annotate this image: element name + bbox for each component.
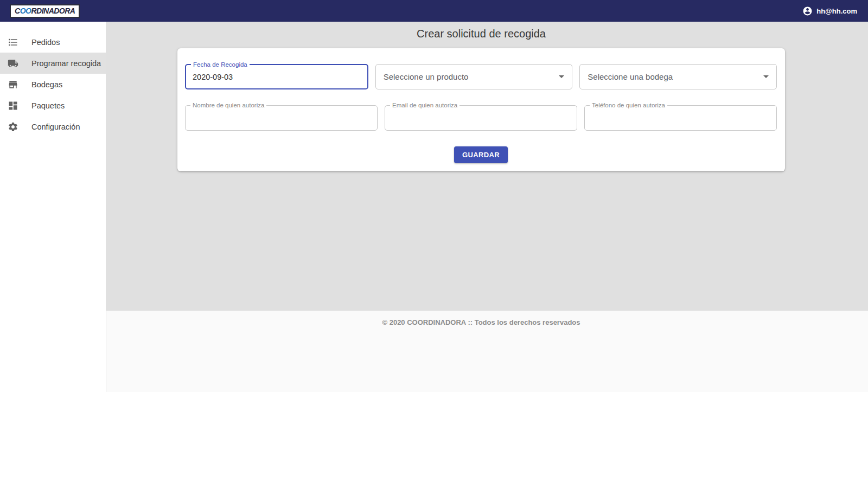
list-icon [8, 37, 18, 48]
coordinadora-logo[interactable]: COORDINADORA [10, 4, 80, 18]
gear-icon [8, 121, 18, 132]
sidebar-item-label: Bodegas [31, 80, 62, 89]
top-navbar: COORDINADORA hh@hh.com [0, 0, 868, 22]
sidebar: Pedidos Programar recogida Bodegas Paque… [0, 22, 106, 392]
producto-select[interactable]: Seleccione un producto [375, 64, 573, 89]
guardar-button[interactable]: GUARDAR [454, 146, 508, 163]
sidebar-item-bodegas[interactable]: Bodegas [0, 74, 106, 95]
main-content: Crear solicitud de recogida Fecha de Rec… [106, 22, 868, 311]
user-email: hh@hh.com [816, 7, 857, 15]
sidebar-item-label: Pedidos [31, 38, 60, 47]
nombre-autoriza-input[interactable] [186, 106, 377, 130]
logo-text-rest: RDINADORA [31, 7, 75, 15]
sidebar-item-label: Configuración [31, 123, 80, 131]
truck-icon [8, 58, 18, 69]
logo-text-oo: OO [20, 7, 31, 15]
sidebar-item-label: Paquetes [31, 101, 65, 110]
email-autoriza-field: Email de quien autoriza [385, 105, 577, 131]
bodega-select-value: Seleccione una bodega [588, 72, 763, 81]
chevron-down-icon [559, 75, 564, 78]
producto-select-value: Seleccione un producto [384, 72, 559, 81]
email-autoriza-label: Email de quien autoriza [390, 102, 459, 108]
nombre-autoriza-label: Nombre de quien autoriza [190, 102, 266, 108]
page-title: Crear solicitud de recogida [106, 28, 856, 40]
app-window: COORDINADORA hh@hh.com Pedidos Programar… [0, 0, 868, 392]
sidebar-item-pedidos[interactable]: Pedidos [0, 31, 106, 53]
fecha-recogida-field: Fecha de Recogida [185, 64, 368, 89]
telefono-autoriza-field: Teléfono de quien autoriza [584, 105, 777, 131]
logo-text-c: C [15, 7, 20, 15]
copyright-text: © 2020 COORDINADORA :: Todos los derecho… [106, 318, 856, 326]
sidebar-item-label: Programar recogida [31, 59, 101, 68]
email-autoriza-input[interactable] [385, 106, 577, 130]
user-account-area[interactable]: hh@hh.com [802, 6, 857, 16]
telefono-autoriza-label: Teléfono de quien autoriza [590, 102, 667, 108]
sidebar-item-programar-recogida[interactable]: Programar recogida [0, 53, 106, 74]
telefono-autoriza-input[interactable] [585, 106, 776, 130]
dashboard-icon [8, 100, 18, 111]
store-icon [8, 79, 18, 90]
sidebar-item-paquetes[interactable]: Paquetes [0, 95, 106, 116]
fecha-recogida-input[interactable] [186, 65, 367, 88]
account-circle-icon [802, 6, 813, 16]
chevron-down-icon [763, 75, 769, 78]
footer: © 2020 COORDINADORA :: Todos los derecho… [106, 311, 868, 392]
form-card: Fecha de Recogida Seleccione un producto… [177, 48, 785, 171]
fecha-recogida-label: Fecha de Recogida [191, 61, 250, 68]
sidebar-item-configuracion[interactable]: Configuración [0, 116, 106, 137]
nombre-autoriza-field: Nombre de quien autoriza [185, 105, 378, 131]
bodega-select[interactable]: Seleccione una bodega [579, 64, 777, 89]
